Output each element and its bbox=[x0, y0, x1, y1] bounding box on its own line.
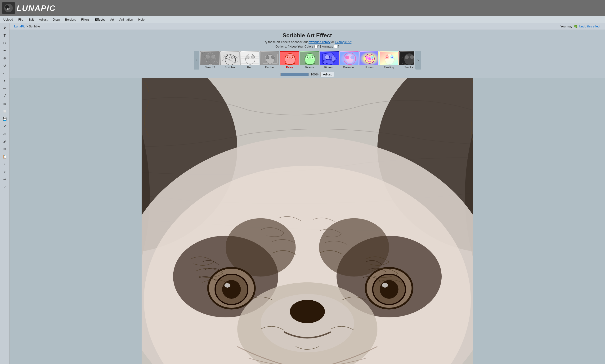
effect-floating[interactable]: Floating bbox=[379, 51, 399, 69]
breadcrumb: LunaPic > Scribble bbox=[14, 25, 40, 28]
help-tool[interactable]: ? bbox=[1, 183, 8, 190]
example-art-link[interactable]: Example Art bbox=[335, 40, 351, 44]
move-tool[interactable]: ✥ bbox=[1, 25, 8, 31]
svg-point-30 bbox=[271, 56, 275, 59]
logo-container: LP LUNAPIC bbox=[2, 2, 56, 14]
main-image bbox=[142, 78, 473, 364]
options-close: ] bbox=[338, 45, 339, 48]
undo-tool[interactable]: ↩ bbox=[1, 176, 8, 182]
label-illusion: Illusion bbox=[365, 66, 373, 69]
adjust-row: 100% Adjust bbox=[280, 72, 334, 77]
thumb-illusion bbox=[359, 51, 379, 65]
label-sketch2: Sketch2 bbox=[205, 66, 215, 69]
adjust-button[interactable]: Adjust bbox=[320, 72, 334, 77]
info-bar: LunaPic > Scribble You may 🌿 Undo this e… bbox=[10, 23, 605, 30]
menu-adjust[interactable]: Adjust bbox=[37, 17, 50, 22]
undo-icon: 🌿 bbox=[574, 25, 578, 28]
text-tool[interactable]: T bbox=[1, 32, 8, 39]
effect-illusion[interactable]: Illusion bbox=[359, 51, 379, 69]
pen-tool[interactable]: ✒ bbox=[1, 47, 8, 54]
label-dreaming: Dreaming bbox=[343, 66, 355, 69]
svg-point-66 bbox=[404, 53, 414, 65]
frame-tool[interactable]: ▱ bbox=[1, 130, 8, 137]
svg-point-9 bbox=[206, 55, 210, 59]
menu-help[interactable]: Help bbox=[136, 17, 147, 22]
carousel-prev-arrow[interactable]: ‹ bbox=[194, 51, 199, 69]
menu-effects[interactable]: Effects bbox=[92, 17, 107, 22]
menu-edit[interactable]: Edit bbox=[26, 17, 36, 22]
options-label: Options: [ Keep Your Colors bbox=[275, 45, 313, 48]
copy-tool[interactable]: ⧉ bbox=[1, 146, 8, 152]
menu-art[interactable]: Art bbox=[108, 17, 116, 22]
thumb-fairy bbox=[280, 51, 299, 65]
logo-bar: LP LUNAPIC bbox=[0, 0, 605, 16]
or-text: or bbox=[331, 40, 335, 44]
breadcrumb-separator: > bbox=[26, 25, 29, 28]
layers-tool[interactable]: ⊞ bbox=[1, 100, 8, 107]
rect-tool[interactable]: ▭ bbox=[1, 70, 8, 77]
effect-beauty[interactable]: Beauty bbox=[300, 51, 319, 69]
progress-bar-fill bbox=[281, 73, 309, 76]
effect-picasso[interactable]: Picasso bbox=[320, 51, 339, 69]
effect-escher[interactable]: Escher bbox=[260, 51, 279, 69]
menu-file[interactable]: File bbox=[16, 17, 26, 22]
svg-point-32 bbox=[285, 53, 295, 65]
svg-point-52 bbox=[350, 56, 354, 59]
label-picasso: Picasso bbox=[324, 66, 334, 69]
svg-point-63 bbox=[386, 56, 388, 58]
menu-animation[interactable]: Animation bbox=[117, 17, 136, 22]
effect-pen[interactable]: Pen bbox=[240, 51, 260, 69]
label-smoke: Smoke bbox=[404, 66, 413, 69]
options-spacer: ] [ bbox=[318, 45, 321, 48]
effect-smoke[interactable]: Smoke bbox=[399, 51, 414, 69]
menu-borders[interactable]: Borders bbox=[63, 17, 78, 22]
pencil-tool[interactable]: ✏ bbox=[1, 85, 8, 92]
line2-tool[interactable]: ∕ bbox=[1, 161, 8, 168]
svg-point-23 bbox=[251, 56, 255, 59]
svg-point-45 bbox=[325, 55, 330, 60]
logo-icon: LP bbox=[2, 2, 15, 14]
svg-point-51 bbox=[345, 56, 349, 59]
progress-bar-container bbox=[280, 73, 309, 76]
undo-link[interactable]: Undo this effect bbox=[579, 25, 600, 28]
close-tool[interactable]: ✕ bbox=[1, 123, 8, 130]
animate-checkbox[interactable] bbox=[334, 45, 337, 48]
menu-draw[interactable]: Draw bbox=[50, 17, 62, 22]
svg-point-64 bbox=[391, 56, 393, 58]
paste-tool[interactable]: 📋 bbox=[1, 153, 8, 160]
save-tool[interactable]: 💾 bbox=[1, 116, 8, 122]
svg-text:LP: LP bbox=[7, 8, 10, 10]
svg-point-22 bbox=[246, 56, 249, 59]
effect-scribble[interactable]: Scribble bbox=[220, 51, 240, 69]
wand-tool[interactable]: ✦ bbox=[1, 78, 8, 84]
content-area: LunaPic > Scribble You may 🌿 Undo this e… bbox=[10, 23, 605, 364]
extended-library-link[interactable]: extended library bbox=[309, 40, 330, 44]
menu-upload[interactable]: Upload bbox=[1, 17, 15, 22]
oval-tool[interactable]: ○ bbox=[1, 169, 8, 175]
effect-sketch2[interactable]: Sketch2 bbox=[200, 51, 220, 69]
breadcrumb-home-link[interactable]: LunaPic bbox=[14, 25, 25, 28]
carousel-items: Sketch2 bbox=[200, 51, 414, 69]
keep-colors-checkbox[interactable] bbox=[315, 45, 317, 48]
subtitle-row: Try these art effects or check out exten… bbox=[263, 40, 352, 44]
undo-section: You may 🌿 Undo this effect bbox=[561, 25, 600, 28]
brush-tool[interactable]: 🖌 bbox=[1, 138, 8, 145]
rotate-tool[interactable]: ↺ bbox=[1, 63, 8, 69]
label-fairy: Fairy bbox=[286, 66, 293, 69]
left-toolbar: ✥ T ✂ ✒ ⊕ ↺ ▭ ✦ ✏ ╱ ⊞ ⬜ 💾 ✕ ▱ 🖌 ⧉ 📋 ∕ ○ … bbox=[0, 23, 10, 364]
breadcrumb-current: Scribble bbox=[29, 25, 40, 28]
menu-filters[interactable]: Filters bbox=[79, 17, 92, 22]
zoom-tool[interactable]: ⊕ bbox=[1, 55, 8, 62]
image-area bbox=[10, 78, 605, 364]
effect-dreaming[interactable]: Dreaming bbox=[340, 51, 359, 69]
eraser-tool[interactable]: ⬜ bbox=[1, 108, 8, 115]
svg-point-86 bbox=[380, 280, 398, 299]
thumb-picasso bbox=[320, 51, 339, 65]
svg-point-67 bbox=[405, 55, 409, 59]
carousel-next-arrow[interactable]: › bbox=[415, 51, 421, 69]
carousel-container: ‹ bbox=[194, 51, 421, 69]
scissors-tool[interactable]: ✂ bbox=[1, 40, 8, 46]
line-tool[interactable]: ╱ bbox=[1, 93, 8, 99]
effect-fairy[interactable]: Fairy bbox=[280, 51, 299, 69]
svg-point-90 bbox=[290, 300, 325, 323]
